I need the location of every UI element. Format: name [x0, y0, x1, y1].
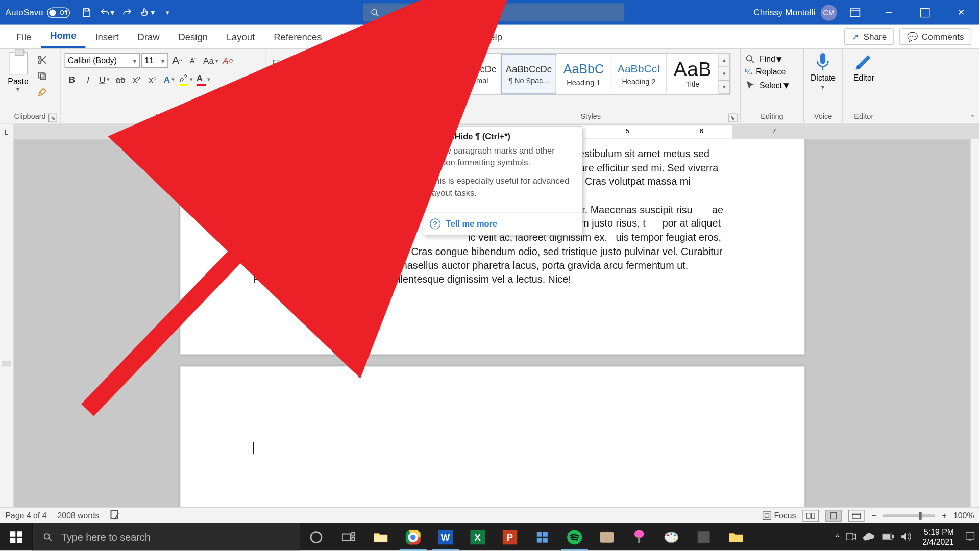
find-button[interactable]: Find▾ — [745, 53, 789, 65]
volume-icon[interactable] — [901, 532, 912, 542]
cut-button[interactable] — [34, 53, 51, 67]
meet-now-icon[interactable] — [846, 532, 856, 542]
copy-button[interactable] — [34, 68, 51, 83]
decrease-indent-button[interactable] — [323, 56, 338, 70]
style-title[interactable]: AaBTitle — [667, 54, 719, 94]
tab-home[interactable]: Home — [41, 25, 86, 48]
font-name-combo[interactable]: Calibri (Body) — [65, 53, 140, 68]
word-icon[interactable]: W — [429, 523, 461, 550]
folder-icon[interactable] — [720, 523, 752, 550]
tab-layout[interactable]: Layout — [217, 25, 264, 48]
search-input[interactable] — [387, 7, 618, 17]
shrink-font-button[interactable]: Aˇ — [186, 53, 201, 68]
start-button[interactable] — [0, 523, 32, 550]
redo-button[interactable] — [118, 3, 136, 22]
align-left-button[interactable] — [271, 78, 285, 92]
styles-launcher[interactable]: ⬊ — [728, 114, 737, 122]
grow-font-button[interactable]: A^ — [169, 53, 184, 68]
borders-button[interactable]: ▾ — [370, 78, 385, 92]
collapse-ribbon-button[interactable]: ⌃ — [969, 114, 975, 122]
align-center-button[interactable] — [286, 78, 301, 92]
mspaint-icon[interactable] — [655, 523, 688, 550]
notifications-icon[interactable] — [965, 531, 975, 543]
tab-file[interactable]: File — [7, 25, 41, 48]
numbering-button[interactable]: 123▾ — [288, 56, 304, 70]
page-number[interactable]: Page 4 of 4 — [6, 511, 47, 520]
paragraph-launcher[interactable]: ⬊ — [429, 114, 438, 122]
styles-gallery[interactable]: AaBbCcDc¶ Normal AaBbCcDc¶ No Spac... Aa… — [446, 53, 731, 95]
text-effects-button[interactable]: A▾ — [161, 72, 176, 87]
font-color-button[interactable]: A▾ — [195, 72, 211, 87]
underline-button[interactable]: U▾ — [97, 72, 112, 87]
print-layout-button[interactable] — [826, 509, 842, 521]
maximize-button[interactable] — [910, 0, 941, 25]
italic-button[interactable]: I — [81, 72, 95, 87]
system-tray[interactable]: ^ 5:19 PM 2/4/2021 — [836, 527, 979, 546]
close-button[interactable]: ✕ — [946, 0, 977, 25]
taskbar-search[interactable]: Type here to search — [32, 523, 300, 550]
scroll-up-icon[interactable]: ▴ — [719, 53, 730, 67]
tab-draw[interactable]: Draw — [128, 25, 169, 48]
subscript-button[interactable]: x2 — [129, 72, 144, 87]
autosave-toggle[interactable]: AutoSave Off — [6, 7, 70, 18]
share-button[interactable]: ↗Share — [845, 28, 894, 45]
increase-indent-button[interactable] — [339, 56, 354, 70]
multilevel-list-button[interactable]: ▾ — [305, 56, 322, 70]
bold-button[interactable]: B — [65, 72, 80, 87]
editor-button[interactable] — [854, 52, 874, 72]
tab-insert[interactable]: Insert — [86, 25, 128, 48]
ribbon-options-button[interactable] — [842, 0, 868, 25]
zoom-in-button[interactable]: + — [942, 511, 947, 520]
undo-button[interactable]: ▾ — [99, 3, 116, 22]
powerpoint-icon[interactable]: P — [494, 523, 526, 550]
select-button[interactable]: Select▾ — [745, 79, 789, 91]
paste-button[interactable]: Paste ▾ — [4, 51, 32, 93]
line-spacing-button[interactable]: ↕≡▾ — [335, 78, 350, 92]
font-size-combo[interactable]: 11 — [141, 53, 168, 68]
zoom-slider[interactable] — [883, 514, 936, 517]
clock[interactable]: 5:19 PM 2/4/2021 — [918, 527, 958, 546]
vertical-ruler[interactable] — [0, 139, 13, 531]
tell-me-more-link[interactable]: Tell me more — [446, 219, 497, 229]
app-generic-icon[interactable] — [591, 523, 623, 550]
show-hide-paragraph-button[interactable]: ¶ — [372, 53, 395, 73]
bullets-button[interactable]: ▾ — [271, 56, 287, 70]
calculator-icon[interactable] — [526, 523, 558, 550]
comments-button[interactable]: 💬Comments — [899, 28, 971, 45]
toggle-switch-icon[interactable]: Off — [47, 7, 70, 18]
user-account[interactable]: Chrissy Montelli CM — [753, 5, 837, 21]
app-dark-icon[interactable] — [688, 523, 720, 550]
tab-selector[interactable]: L — [0, 124, 13, 139]
chrome-icon[interactable] — [397, 523, 429, 550]
file-explorer-icon[interactable] — [364, 523, 397, 550]
tray-expand-icon[interactable]: ^ — [836, 533, 839, 541]
sort-button[interactable]: A↓ — [355, 56, 370, 70]
web-layout-button[interactable] — [848, 509, 865, 521]
focus-mode-button[interactable]: Focus — [762, 511, 796, 520]
scroll-down-icon[interactable]: ▾ — [719, 66, 730, 81]
zoom-out-button[interactable]: − — [871, 511, 876, 520]
spotify-icon[interactable] — [558, 523, 591, 550]
dictate-button[interactable] — [813, 52, 834, 72]
font-launcher[interactable]: ⬊ — [254, 114, 263, 122]
shading-button[interactable]: 🪣▾ — [351, 78, 369, 92]
gallery-scroll[interactable]: ▴▾▾ — [719, 54, 730, 94]
read-mode-button[interactable] — [803, 509, 819, 521]
minimize-button[interactable]: ─ — [873, 0, 904, 25]
clear-formatting-button[interactable]: A◇ — [220, 53, 235, 68]
tab-references[interactable]: References — [264, 25, 331, 48]
change-case-button[interactable]: Aa▾ — [202, 53, 219, 68]
tab-help[interactable]: Help — [474, 25, 512, 48]
format-painter-button[interactable] — [34, 85, 51, 99]
tab-view[interactable]: View — [434, 25, 474, 48]
battery-icon[interactable] — [882, 533, 894, 541]
search-box[interactable] — [363, 4, 624, 22]
style-normal[interactable]: AaBbCcDc¶ Normal — [446, 54, 501, 94]
zoom-level[interactable]: 100% — [953, 511, 974, 520]
replace-button[interactable]: ᵇ⁄ₐReplace — [745, 67, 789, 77]
tab-design[interactable]: Design — [169, 25, 217, 48]
task-view-icon[interactable] — [332, 523, 364, 550]
justify-button[interactable] — [319, 78, 334, 92]
style-no-spacing[interactable]: AaBbCcDc¶ No Spac... — [501, 54, 556, 94]
cortana-icon[interactable] — [300, 523, 332, 550]
